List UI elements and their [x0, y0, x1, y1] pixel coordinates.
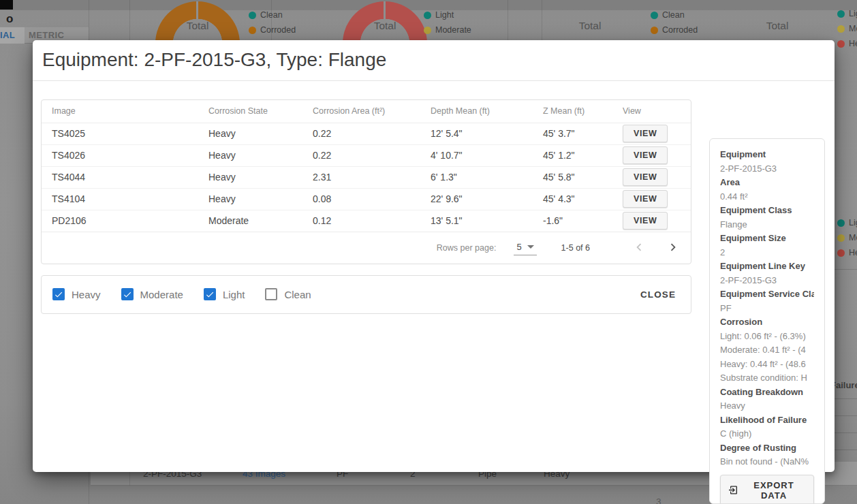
- detail-label: Degree of Rusting: [720, 441, 814, 456]
- table-row: TS4044 Heavy 2.31 6' 1.3" 45' 5.8" VIEW: [42, 166, 691, 188]
- legend-item: Light: [424, 10, 454, 20]
- detail-label: Equipment Class: [720, 204, 814, 218]
- cell-state: Moderate: [198, 210, 302, 232]
- detail-value: C (high): [720, 427, 814, 441]
- divider: [835, 432, 857, 433]
- cell-area: 0.22: [302, 144, 420, 166]
- rows-per-page-select[interactable]: 5: [514, 240, 536, 255]
- col-depth-mean: Depth Mean (ft): [420, 100, 533, 123]
- divider: [835, 269, 857, 270]
- cell-area: 2.31: [302, 166, 420, 188]
- equipment-dialog: Equipment: 2-PF-2015-G3, Type: Flange Im…: [33, 40, 835, 472]
- table-row: TS4026 Heavy 0.22 4' 10.7" 45' 1.2" VIEW: [42, 144, 691, 166]
- legend-item: Mo: [837, 233, 857, 242]
- detail-value: 2: [720, 246, 814, 260]
- cell-z: 45' 5.8": [533, 166, 612, 188]
- table-header-row: Image Corrosion State Corrosion Area (ft…: [42, 100, 691, 123]
- detail-value: 2-PF-2015-G3: [720, 162, 814, 176]
- tab-aerial[interactable]: IAL: [0, 30, 15, 40]
- legend-item: Clean: [651, 10, 685, 20]
- checkbox-moderate[interactable]: [121, 288, 134, 300]
- col-corrosion-area: Corrosion Area (ft²): [302, 100, 420, 123]
- cell-state: Heavy: [198, 123, 302, 144]
- clean-dot-icon: [651, 12, 658, 19]
- detail-label: Likelihood of Failure: [720, 413, 814, 428]
- chevron-left-icon: [632, 240, 646, 255]
- donut-gap: [384, 1, 386, 19]
- filter-heavy[interactable]: Heavy: [52, 288, 101, 300]
- legend-item: He: [837, 39, 857, 48]
- cell-image: TS4026: [42, 144, 198, 166]
- panel-divider: [129, 0, 130, 40]
- previous-page-button[interactable]: [631, 240, 647, 256]
- cell-depth: 4' 10.7": [420, 144, 533, 166]
- detail-label: Equipment: [720, 148, 814, 162]
- cell-image: TS4025: [42, 123, 198, 144]
- detail-label: Equipment Line Key: [720, 259, 814, 274]
- chevron-right-icon: [666, 240, 681, 255]
- detail-label: Coating Breakdown: [720, 385, 814, 400]
- next-page-button[interactable]: [665, 240, 681, 256]
- legend-item: Lig: [837, 9, 857, 18]
- table-row: TS4104 Heavy 0.08 22' 9.6" 45' 4.3" VIEW: [42, 188, 691, 210]
- cell-image: PD2106: [42, 210, 198, 232]
- cell-image: TS4044: [42, 166, 198, 188]
- check-icon: [123, 289, 132, 300]
- cell-z: -1.6": [533, 210, 612, 232]
- corroded-dot-icon: [249, 27, 256, 34]
- cell-z: 45' 4.3": [533, 188, 612, 210]
- donut-center-label: Total: [170, 20, 225, 32]
- checkbox-light[interactable]: [204, 288, 216, 300]
- light-dot-icon: [837, 219, 845, 227]
- detail-value: Heavy: 0.44 ft² - (48.6: [720, 358, 814, 372]
- legend-item: Clean: [249, 10, 283, 20]
- light-dot-icon: [837, 10, 845, 18]
- checkbox-heavy[interactable]: [52, 288, 65, 300]
- export-icon: [728, 484, 738, 496]
- legend-item: Lig: [837, 218, 857, 227]
- cell-depth: 6' 1.3": [420, 166, 533, 188]
- close-button[interactable]: CLOSE: [636, 284, 680, 305]
- table-row: TS4025 Heavy 0.22 12' 5.4" 45' 3.7" VIEW: [42, 123, 691, 144]
- legend-item: Moderate: [424, 25, 471, 35]
- images-table: Image Corrosion State Corrosion Area (ft…: [42, 100, 691, 232]
- filter-moderate[interactable]: Moderate: [121, 288, 183, 300]
- view-button[interactable]: VIEW: [623, 125, 668, 142]
- divider: [835, 450, 857, 450]
- logo-text: o: [6, 12, 13, 26]
- col-image: Image: [42, 100, 198, 123]
- tab-metric[interactable]: METRIC: [29, 30, 64, 40]
- filter-light[interactable]: Light: [204, 288, 245, 300]
- bg-partial-value: 3: [656, 497, 661, 504]
- cell-state: Heavy: [198, 166, 302, 188]
- detail-value: Heavy: [720, 399, 814, 413]
- legend-item: He: [837, 248, 857, 257]
- donut-center-label: Total: [358, 20, 412, 32]
- cell-state: Heavy: [198, 144, 302, 166]
- detail-value: Flange: [720, 218, 814, 232]
- legend-item: Mo: [837, 24, 857, 33]
- corroded-dot-icon: [651, 27, 658, 34]
- detail-label: Corrosion: [720, 315, 814, 330]
- view-button[interactable]: VIEW: [623, 190, 668, 208]
- donut-center-label: Total: [563, 20, 617, 32]
- legend-item: Corroded: [249, 25, 296, 35]
- col-corrosion-state: Corrosion State: [198, 100, 302, 123]
- export-data-button[interactable]: EXPORT DATA: [720, 475, 814, 504]
- checkbox-clean[interactable]: [265, 288, 277, 300]
- moderate-dot-icon: [424, 27, 431, 34]
- view-button[interactable]: VIEW: [623, 168, 668, 186]
- detail-value: PF: [720, 302, 814, 316]
- panel-divider: [542, 0, 542, 40]
- filter-clean[interactable]: Clean: [265, 288, 311, 300]
- view-button[interactable]: VIEW: [623, 146, 668, 164]
- cell-z: 45' 1.2": [533, 144, 612, 166]
- view-button[interactable]: VIEW: [623, 212, 668, 230]
- detail-label: Equipment Size: [720, 232, 814, 246]
- cell-image: TS4104: [42, 188, 198, 210]
- detail-value: Bin not found - (NaN%: [720, 455, 814, 469]
- detail-value: Substrate condition: H: [720, 371, 814, 385]
- heavy-dot-icon: [837, 40, 845, 48]
- detail-value: 0.44 ft²: [720, 190, 814, 204]
- logo-mark: [0, 0, 13, 10]
